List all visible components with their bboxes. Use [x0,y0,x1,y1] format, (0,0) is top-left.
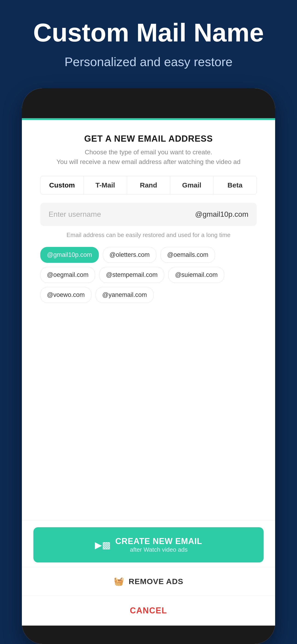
create-button-main-label: CREATE NEW EMAIL [115,536,202,546]
status-bar [22,118,275,120]
tab-tmail[interactable]: T-Mail [84,176,127,194]
email-type-tabs: Custom T-Mail Rand Gmail Beta [40,176,257,194]
domain-chip-5[interactable]: @suiemail.com [168,267,224,283]
create-button-text: CREATE NEW EMAIL after Watch video ads [115,536,202,553]
tab-gmail[interactable]: Gmail [170,176,214,194]
subtitle: Personalized and easy restore [14,54,283,70]
dialog-title: GET A NEW EMAIL ADDRESS [40,134,257,144]
tab-beta[interactable]: Beta [214,176,256,194]
remove-ads-button[interactable]: 🧺 REMOVE ADS [22,567,275,596]
domain-chip-1[interactable]: @oletters.com [103,247,156,263]
video-icon: ▶▩ [95,540,111,550]
username-domain: @gmail10p.com [195,210,248,218]
phone-notch [112,100,185,114]
phone-content: GET A NEW EMAIL ADDRESS Choose the type … [22,120,275,626]
username-placeholder: Enter username [48,210,195,218]
create-button-sub-label: after Watch video ads [130,546,188,553]
create-email-button[interactable]: ▶▩ CREATE NEW EMAIL after Watch video ad… [34,527,264,562]
tab-rand[interactable]: Rand [127,176,170,194]
domain-chip-0[interactable]: @gmail10p.com [40,247,99,263]
username-input-container[interactable]: Enter username @gmail10p.com [40,203,257,226]
remove-ads-label: REMOVE ADS [129,577,183,586]
dialog-subtitle: Choose the type of email you want to cre… [40,148,257,167]
domain-chip-4[interactable]: @stempemail.com [99,267,164,283]
domain-chips: @gmail10p.com @oletters.com @oemails.com… [40,247,257,303]
phone-top-bar [22,88,275,118]
domain-chip-3[interactable]: @oegmail.com [40,267,95,283]
action-buttons: ▶▩ CREATE NEW EMAIL after Watch video ad… [22,520,275,626]
main-title: Custom Mail Name [14,18,283,47]
page-header: Custom Mail Name Personalized and easy r… [0,0,297,79]
cancel-button[interactable]: CANCEL [22,596,275,626]
basket-icon: 🧺 [114,576,124,586]
domain-chip-7[interactable]: @yanemail.com [96,287,154,303]
email-dialog: GET A NEW EMAIL ADDRESS Choose the type … [22,120,275,520]
cancel-label: CANCEL [130,606,167,616]
tab-custom[interactable]: Custom [40,176,84,194]
phone-frame: GET A NEW EMAIL ADDRESS Choose the type … [22,88,275,644]
phone-bottom-bar [22,626,275,644]
domain-chip-2[interactable]: @oemails.com [160,247,215,263]
domain-chip-6[interactable]: @voewo.com [40,287,92,303]
input-hint: Email address can be easily restored and… [40,232,257,238]
